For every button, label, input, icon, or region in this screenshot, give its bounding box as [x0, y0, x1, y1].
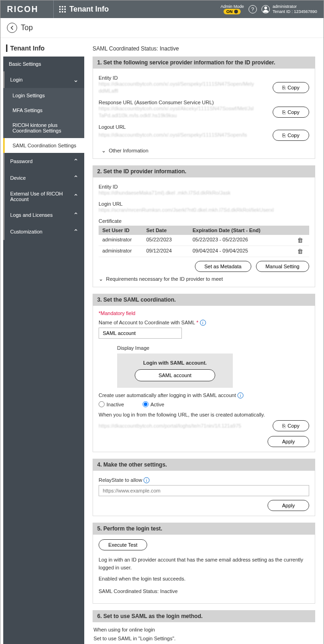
sidebar-item-login-settings[interactable]: Login Settings: [3, 88, 84, 103]
info-icon[interactable]: i: [200, 320, 206, 326]
logout-url-value: https://dkaccountbytcoh.com/x/.oysl/Sers…: [99, 132, 268, 139]
main-content: SAML Coordinated Status: Inactive 1. Set…: [87, 41, 321, 644]
logout-url-label: Logout URL: [99, 124, 309, 130]
breadcrumb: Top: [0, 18, 324, 38]
svg-rect-6: [59, 11, 61, 13]
admin-mode-label: Admin Mode: [220, 4, 244, 9]
copy-icon: ⎘: [282, 133, 286, 138]
chevron-down-icon: ⌄: [101, 147, 106, 154]
sidebar-item-password[interactable]: Password⌃: [3, 153, 84, 170]
sidebar-item-saml[interactable]: SAML Coordination Settings: [3, 138, 84, 153]
auto-create-url: https://dkaccountbytcoh.com/portal/loghs…: [99, 423, 268, 429]
user-menu[interactable]: administrator Tenant ID : 1234567890: [262, 4, 317, 14]
s6-line1: When using for online login: [93, 626, 314, 634]
chevron-up-icon: ⌃: [73, 158, 79, 165]
apply-saml-button[interactable]: Apply: [268, 436, 309, 447]
section-1-header: 1. Set the following service provider in…: [93, 57, 315, 69]
sidebar-item-kintone[interactable]: RICOH kintone plus Coordination Settings: [3, 118, 84, 138]
sidebar-title: Tenant Info: [6, 44, 81, 52]
section-6-header: 6. Set to use SAML as the login method.: [93, 610, 315, 622]
svg-rect-3: [59, 9, 61, 10]
delete-cert-icon[interactable]: 🗑: [294, 237, 305, 244]
sidebar-item-logs[interactable]: Logs and Licenses⌃: [3, 207, 84, 223]
sidebar: Tenant Info Basic Settings Login⌄ Login …: [3, 41, 84, 644]
entity-id-label: Entity ID: [99, 75, 309, 81]
sidebar-item-mfa[interactable]: MFA Settings: [3, 103, 84, 118]
user-name: administrator: [273, 4, 317, 9]
entity-id-value: https://dkaccountbytcoh.com/x/.oysl/Sers…: [99, 81, 268, 95]
chevron-up-icon: ⌃: [73, 174, 79, 182]
help-icon[interactable]: ?: [249, 5, 257, 13]
saml-status: SAML Coordinated Status: Inactive: [93, 43, 315, 57]
auto-create-note: When you log in from the following URL, …: [99, 412, 309, 417]
brand-logo: RICOH: [7, 5, 38, 14]
auto-create-active-radio[interactable]: Active: [143, 401, 164, 407]
user-icon: [262, 5, 270, 13]
execute-test-button[interactable]: Execute Test: [99, 539, 147, 550]
response-url-value: https://dkaccountbytcoh.com/x/.oysl/Akce…: [99, 105, 268, 120]
relaystate-label: RelayState to allow i: [99, 477, 309, 483]
login-test-status: SAML Coordinated Status: Inactive: [99, 587, 309, 595]
login-test-desc-1: Log in with an ID provider account that …: [99, 556, 309, 571]
login-url-label: Login URL: [99, 201, 309, 207]
svg-rect-2: [64, 6, 66, 7]
sidebar-item-device[interactable]: Device⌃: [3, 170, 84, 186]
auto-create-label: Create user automatically after logging …: [99, 392, 309, 398]
login-url-value: https://scran/mrcenRumksn.com/Jserkl?nt0…: [99, 207, 309, 214]
account-name-label: Name of Account to Coordinate with SAML …: [99, 320, 309, 326]
page-title: Tenant Info: [69, 5, 109, 13]
set-as-metadata-button[interactable]: Set as Metadata: [195, 261, 251, 272]
svg-rect-1: [62, 6, 63, 7]
s6-line2: Set to use SAML in "Login Settings".: [93, 635, 314, 643]
sidebar-item-login[interactable]: Login⌄: [3, 71, 84, 88]
section-4-header: 4. Make the other settings.: [93, 459, 315, 471]
manual-setting-button[interactable]: Manual Setting: [256, 261, 309, 272]
back-button[interactable]: [7, 23, 17, 33]
relaystate-input[interactable]: [99, 485, 309, 496]
response-url-label: Response URL (Assertion Consumer Service…: [99, 100, 309, 105]
preview-text: Login with SAML account.: [126, 360, 224, 366]
svg-rect-0: [59, 6, 61, 7]
apply-relaystate-button[interactable]: Apply: [268, 500, 309, 511]
copy-logout-url-button[interactable]: ⎘Copy: [273, 130, 309, 141]
admin-mode-toggle[interactable]: Admin Mode ON: [220, 4, 244, 14]
preview-login-button: SAML account: [135, 369, 215, 381]
copy-icon: ⎘: [282, 423, 286, 429]
certificate-table-header: Set User IDSet DateExpiration Date (Star…: [99, 226, 309, 235]
copy-entity-id-button[interactable]: ⎘Copy: [273, 82, 309, 93]
section-2-header: 2. Set the ID provider information.: [93, 165, 315, 177]
idp-entity-id-value: https://dhundaeseMaka71ml).dkel .mkh.l7S…: [99, 189, 309, 196]
login-test-desc-2: Enabled when the login test succeeds.: [99, 575, 309, 583]
chevron-down-icon: ⌄: [73, 76, 79, 83]
delete-cert-icon[interactable]: 🗑: [294, 248, 305, 255]
display-image-label: Display Image: [117, 345, 309, 351]
sidebar-item-basic[interactable]: Basic Settings: [3, 57, 84, 71]
certificate-row: administrator05/22/202305/22/2023 - 05/2…: [99, 235, 309, 246]
apps-grid-icon[interactable]: [59, 6, 66, 13]
svg-rect-5: [64, 9, 66, 10]
svg-rect-8: [64, 11, 66, 13]
tenant-id: Tenant ID : 1234567890: [273, 9, 317, 14]
info-icon[interactable]: i: [237, 392, 243, 398]
info-icon[interactable]: i: [143, 477, 150, 483]
other-information-toggle[interactable]: ⌄Other Information: [99, 145, 309, 154]
account-name-input[interactable]: [99, 328, 182, 339]
svg-rect-4: [62, 9, 63, 10]
copy-response-url-button[interactable]: ⎘Copy: [273, 107, 309, 118]
certificate-row: administrator09/12/202409/04/2024 - 09/0…: [99, 246, 309, 257]
chevron-up-icon: ⌃: [73, 193, 79, 200]
sidebar-item-customization[interactable]: Customization⌃: [3, 223, 84, 240]
chevron-down-icon: ⌄: [99, 276, 103, 282]
section-5-header: 5. Perform the login test.: [93, 523, 315, 535]
idp-entity-id-label: Entity ID: [99, 184, 309, 189]
auto-create-inactive-radio[interactable]: Inactive: [99, 401, 124, 407]
breadcrumb-top[interactable]: Top: [21, 24, 33, 32]
copy-icon: ⎘: [282, 109, 286, 115]
copy-auto-url-button[interactable]: ⎘Copy: [273, 420, 309, 431]
mandatory-note: Mandatory field: [99, 310, 309, 316]
divider: [53, 0, 54, 18]
top-bar: RICOH Tenant Info Admin Mode ON ? admini…: [0, 0, 324, 18]
requirements-toggle[interactable]: ⌄Requirements necessary for the ID provi…: [99, 272, 309, 282]
section-3-header: 3. Set the SAML coordination.: [93, 294, 315, 306]
sidebar-item-external[interactable]: External Use of RICOH Account⌃: [3, 186, 84, 207]
